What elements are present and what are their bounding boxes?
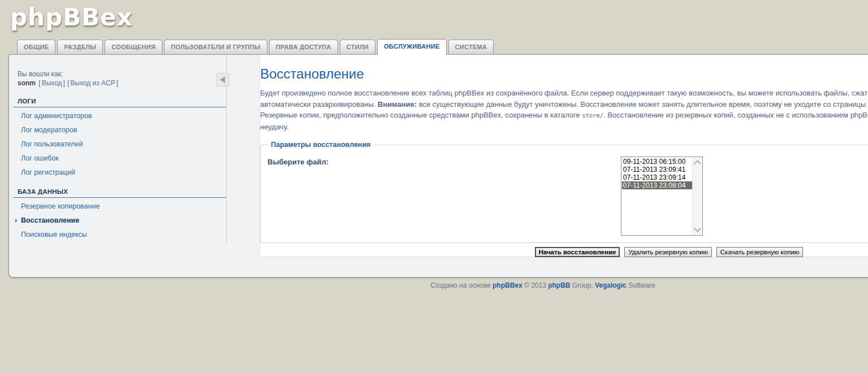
- description-line: Будет произведено полное восстановление …: [260, 88, 868, 99]
- logout-link[interactable]: Выход: [42, 79, 62, 87]
- footer-text: Создано на основе: [430, 281, 493, 289]
- sidebar-item-error-log[interactable]: Лог ошибок: [13, 153, 226, 164]
- description-text: автоматически разархивированы.: [260, 100, 378, 109]
- description-text: Будет произведено полное восстановление …: [260, 89, 868, 97]
- description-line: неудачу.: [260, 122, 868, 133]
- sidebar-item-label[interactable]: Лог ошибок: [21, 154, 59, 162]
- listbox-scrollbar[interactable]: [692, 158, 702, 235]
- action-buttons: Начать восстановлениеУдалить резервную к…: [260, 246, 868, 257]
- header: phpBBex: [0, 0, 868, 39]
- sidebar-item-backup[interactable]: Резервное копирование: [13, 201, 226, 212]
- tab-forums[interactable]: РАЗДЕЛЫ: [57, 40, 103, 54]
- fieldset-legend: Параметры восстановления: [268, 141, 373, 149]
- scroll-up-icon[interactable]: [694, 160, 701, 167]
- sidebar-item-admin-log[interactable]: Лог администраторов: [13, 110, 226, 122]
- footer-copyright: Создано на основе phpBBex © 2013 phpBB G…: [0, 281, 868, 289]
- collapse-sidebar-button[interactable]: [216, 73, 230, 86]
- bracket: [: [67, 79, 69, 87]
- description-line: Резервные копии, предположительно создан…: [260, 110, 868, 122]
- delete-backup-button[interactable]: Удалить резервную копию: [624, 247, 711, 257]
- sidebar-item-label[interactable]: Лог модераторов: [21, 126, 77, 134]
- sidebar-item-search-index[interactable]: Поисковые индексы: [13, 229, 226, 240]
- page-title: Восстановление: [260, 66, 868, 82]
- page: phpBBex ОБЩИЕРАЗДЕЛЫСООБЩЕНИЯПОЛЬЗОВАТЕЛ…: [0, 0, 868, 289]
- sidebar: Вы вошли как: sonm [Выход][Выход из ACP]…: [9, 55, 260, 277]
- active-item-arrow-icon: ›: [15, 215, 17, 226]
- select-file-label: Выберите файл:: [267, 158, 329, 166]
- logged-in-as-label: Вы вошли как:: [18, 70, 226, 79]
- sidebar-item-restore[interactable]: ›Восстановление: [13, 215, 226, 226]
- footer-vegalogic-link[interactable]: Vegalogic: [595, 281, 627, 289]
- footer-text: Group,: [571, 281, 595, 289]
- backup-file-listbox[interactable]: 09-11-2013 06:15:0007-11-2013 23:09:4107…: [621, 157, 703, 236]
- tab-system[interactable]: СИСТЕМА: [448, 40, 494, 54]
- restore-params-fieldset: Параметры восстановления Выберите файл: …: [260, 141, 868, 243]
- sidebar-section: ЛОГИЛог администраторовЛог модераторовЛо…: [13, 98, 226, 178]
- phpbbex-logo: phpBBex: [10, 3, 133, 31]
- sidebar-item-label[interactable]: Лог регистраций: [21, 168, 75, 176]
- footer-text: Software: [627, 281, 655, 289]
- footer-phpbbex-link[interactable]: phpBBex: [493, 281, 522, 289]
- sidebar-section-title: БАЗА ДАННЫХ: [13, 188, 226, 198]
- store-path-text: store/: [582, 112, 603, 119]
- footer-phpbb-link[interactable]: phpBB: [548, 281, 570, 289]
- sidebar-menu: Вы вошли как: sonm [Выход][Выход из ACP]…: [13, 55, 227, 245]
- start-restore-button[interactable]: Начать восстановление: [535, 247, 620, 257]
- sidebar-section-title: ЛОГИ: [13, 98, 226, 107]
- session-info: Вы вошли как: sonm [Выход][Выход из ACP]: [13, 55, 226, 88]
- description-text: Резервные копии, предположительно создан…: [260, 111, 582, 119]
- bracket: [: [38, 79, 40, 87]
- tab-bar: ОБЩИЕРАЗДЕЛЫСООБЩЕНИЯПОЛЬЗОВАТЕЛИ И ГРУП…: [0, 39, 868, 54]
- sidebar-item-label[interactable]: Резервное копирование: [21, 202, 100, 210]
- description-line: автоматически разархивированы. Внимание:…: [260, 99, 868, 110]
- username: sonm: [18, 79, 36, 87]
- tab-users-groups[interactable]: ПОЛЬЗОВАТЕЛИ И ГРУППЫ: [164, 40, 267, 54]
- sidebar-section: БАЗА ДАННЫХРезервное копирование›Восстан…: [13, 188, 226, 240]
- sidebar-item-user-log[interactable]: Лог пользователей: [13, 138, 226, 150]
- left-triangle-icon: [220, 76, 225, 83]
- sidebar-item-label[interactable]: Восстановление: [21, 216, 79, 224]
- footer-text: © 2013: [522, 281, 549, 289]
- bracket: ]: [116, 79, 118, 87]
- warning-text: Внимание:: [378, 100, 417, 109]
- sidebar-item-label[interactable]: Лог администраторов: [21, 112, 92, 120]
- description-text: все существующие данные будут уничтожены…: [417, 100, 868, 109]
- main-panel: Вы вошли как: sonm [Выход][Выход из ACP]…: [8, 54, 868, 277]
- restore-description: Будет произведено полное восстановление …: [260, 88, 868, 132]
- tab-styles[interactable]: СТИЛИ: [340, 40, 375, 54]
- content-area: Восстановление Будет произведено полное …: [260, 55, 868, 257]
- backup-file-option[interactable]: 07-11-2013 23:09:14: [622, 174, 693, 181]
- description-text: неудачу.: [260, 123, 288, 131]
- sidebar-item-label[interactable]: Поисковые индексы: [21, 231, 87, 238]
- sidebar-item-critical-log[interactable]: Лог регистраций: [13, 167, 226, 178]
- backup-file-option[interactable]: 09-11-2013 06:15:00: [622, 158, 693, 166]
- backup-file-option[interactable]: 07-11-2013 23:09:41: [622, 166, 693, 174]
- description-text: . Восстановление из резервных копий, соз…: [603, 111, 868, 119]
- sidebar-item-moderator-log[interactable]: Лог модераторов: [13, 124, 226, 136]
- bracket: ]: [63, 79, 65, 87]
- scroll-down-icon[interactable]: [694, 225, 701, 232]
- backup-file-option[interactable]: 07-11-2013 23:08:04: [622, 181, 693, 189]
- tab-permissions[interactable]: ПРАВА ДОСТУПА: [269, 40, 338, 54]
- logout-acp-link[interactable]: Выход из ACP: [70, 79, 115, 87]
- download-backup-button[interactable]: Скачать резервную копию: [716, 247, 804, 257]
- tab-posting[interactable]: СООБЩЕНИЯ: [105, 40, 162, 54]
- tab-general[interactable]: ОБЩИЕ: [17, 40, 55, 54]
- tab-maintenance[interactable]: ОБСЛУЖИВАНИЕ: [377, 39, 447, 55]
- sidebar-item-label[interactable]: Лог пользователей: [21, 140, 83, 148]
